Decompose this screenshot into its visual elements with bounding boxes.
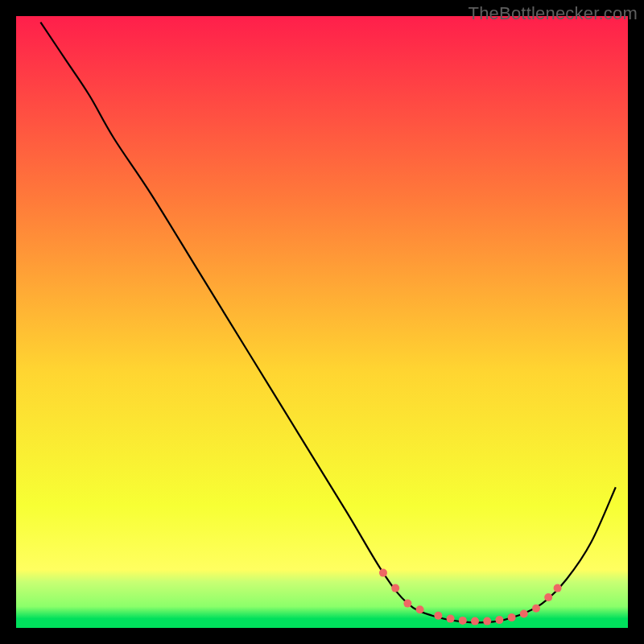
curve-marker xyxy=(434,612,442,620)
curve-marker xyxy=(520,610,528,618)
curve-marker xyxy=(416,605,424,613)
curve-marker xyxy=(554,584,562,592)
curve-marker xyxy=(403,600,411,608)
attribution-text: TheBottlenecker.com xyxy=(469,3,638,24)
curve-marker xyxy=(532,605,540,613)
curve-marker xyxy=(544,593,552,601)
curve-marker xyxy=(447,615,455,623)
curve-marker xyxy=(483,617,491,625)
curve-marker xyxy=(508,613,516,621)
curve-marker xyxy=(459,617,467,625)
curve-marker xyxy=(391,584,399,592)
bottleneck-curve xyxy=(40,23,615,623)
curve-layer xyxy=(16,16,628,628)
curve-marker xyxy=(471,617,479,625)
curve-marker xyxy=(379,569,387,577)
curve-markers xyxy=(379,569,562,625)
curve-marker xyxy=(495,616,503,624)
